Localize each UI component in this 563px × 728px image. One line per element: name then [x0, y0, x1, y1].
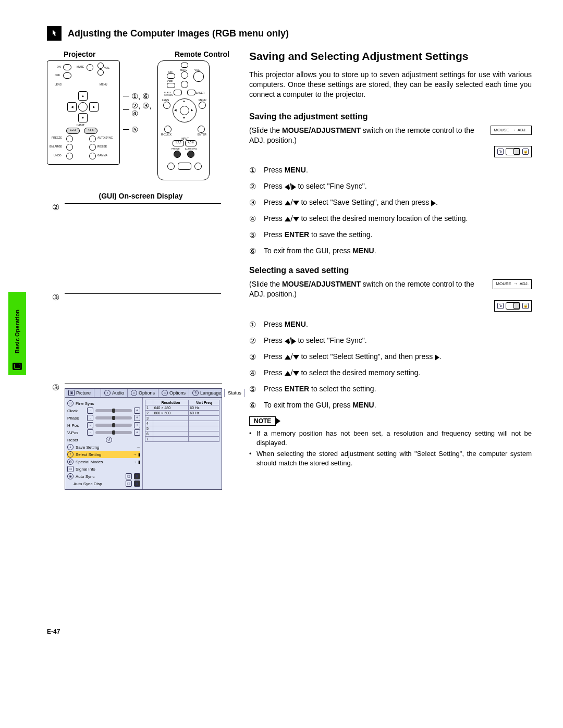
lbl: BLACK SCREEN: [164, 91, 173, 96]
remote-btn: [180, 106, 189, 115]
step-item: ④Press / to select the desired memory lo…: [249, 213, 532, 224]
step-item: ⑤Press ENTER to select the setting.: [249, 384, 532, 394]
remote-btn: 4,5,6: [185, 140, 197, 146]
osd-row: Signal Info: [76, 467, 95, 472]
osd-row: V-Pos: [67, 430, 85, 435]
lbl-gamma: GAMMA: [97, 154, 107, 157]
lbl: ADJ.: [520, 281, 529, 287]
remote-btn: [164, 126, 172, 133]
remote-diagram: ON MUTE VOL OFF BLACK SCREEN LASER LENS …: [157, 60, 210, 180]
callout-1: ①, ⑥: [131, 92, 149, 100]
tab: Status: [228, 390, 241, 396]
note-item: If a memory position has not been set, a…: [249, 429, 532, 447]
remote-btn: [187, 151, 194, 158]
switch-diagram: MOUSE → ADJ.: [491, 126, 532, 135]
osd-tabs: ▣Picture ♪Audio ☼Options ☼Options ¶Langu…: [65, 389, 222, 398]
gui-osd-3: ▣Picture ♪Audio ☼Options ☼Options ¶Langu…: [65, 384, 222, 492]
osd-row: Special Modes: [76, 460, 131, 464]
remote-btn: 1,2,3: [173, 140, 184, 146]
step-item: ①Press MENU.: [249, 165, 532, 176]
step-item: ②Press / to select "Fine Sync".: [249, 181, 532, 192]
proj-btn: [87, 64, 93, 71]
callout-3: ⑤: [131, 126, 138, 133]
steps-save: ①Press MENU.②Press / to select "Fine Syn…: [249, 165, 532, 256]
osd-panel: ▣Picture ♪Audio ☼Options ☼Options ¶Langu…: [65, 388, 222, 490]
proj-btn: 1,2,3: [66, 128, 80, 134]
lbl-enlarge: ENLARGE: [50, 145, 62, 148]
note-item: When selecting the stored adjustment set…: [249, 449, 532, 467]
side-tab: Basic Operation: [8, 292, 26, 375]
proj-btn: [97, 69, 104, 76]
lbl: AUTO SYNC: [185, 147, 197, 150]
lbl-lens: LENS: [55, 83, 62, 86]
lbl-input: INPUT: [77, 124, 84, 127]
osd-table: ResolutionVert Freq 1640 × 48060 Hz 2800…: [145, 400, 219, 442]
step-item: ⑥To exit from the GUI, press MENU.: [249, 400, 532, 411]
lbl-on: ON: [57, 65, 61, 68]
proj-dpad: ▲▼◀▶: [67, 91, 97, 121]
remote-btn: [167, 83, 175, 88]
slide-instruction: (Slide the MOUSE/ADJUSTMENT switch on th…: [249, 279, 532, 299]
lbl: ENTER: [198, 133, 206, 136]
remote-label: Remote Control: [175, 50, 229, 58]
osd-row-selected: Select Setting: [76, 452, 131, 457]
gui-title: (GUI) On-screen Display: [47, 192, 235, 200]
pointer-icon: [47, 26, 62, 41]
remote-btn: [178, 163, 191, 170]
lbl: MOUSE: [496, 281, 511, 287]
section-title: Saving and Selecting Adjustment Settings: [249, 50, 532, 63]
step-item: ②Press / to select "Fine Sync".: [249, 335, 532, 346]
gui-placeholder-2: [65, 293, 221, 377]
step-item: ⑥To exit from the GUI, press MENU.: [249, 245, 532, 256]
tab: Picture: [76, 390, 91, 396]
lbl-vol: VOL: [104, 66, 109, 69]
osd-row: Phase: [67, 416, 85, 421]
proj-btn: [63, 72, 71, 79]
lbl: LENS: [162, 98, 169, 102]
switch-diagram: MOUSE → ADJ.: [493, 279, 532, 289]
subheading-select: Selecting a saved setting: [249, 266, 532, 275]
remote-btn: [163, 102, 170, 109]
osd-row: Reset: [67, 438, 104, 442]
osd-row: Clock: [67, 409, 85, 413]
page-number: E-47: [47, 628, 235, 635]
side-tab-label: Basic Operation: [14, 310, 20, 353]
tab: Options: [139, 390, 155, 396]
page-header: Adjusting the Computer Images (RGB menu …: [47, 26, 532, 41]
proj-btn: [89, 135, 96, 142]
intro-text: This projector allows you to store up to…: [249, 70, 532, 100]
proj-btn: [66, 153, 73, 159]
callout-numbers: ①, ⑥ ②, ③, ④ ⑤: [123, 60, 154, 136]
subheading-save: Saving the adjustment setting: [249, 112, 532, 121]
proj-btn: [63, 64, 71, 70]
remote-btn: [193, 71, 204, 82]
remote-btn: [181, 63, 188, 68]
lbl: ADJ.: [518, 128, 527, 133]
step-item: ①Press MENU.: [249, 319, 532, 330]
remote-btn: [199, 102, 206, 109]
lbl: LASER: [196, 91, 204, 94]
proj-btn: [97, 63, 104, 69]
step-item: ⑤Press ENTER to save the setting.: [249, 229, 532, 240]
steps-select: ①Press MENU.②Press / to select "Fine Syn…: [249, 319, 532, 411]
lbl: R-CLICK: [161, 133, 172, 136]
remote-btn: [167, 163, 175, 170]
lbl: FREEZE: [172, 147, 180, 150]
lbl-menu: MENU: [100, 83, 107, 86]
hand-icon: [13, 363, 22, 370]
gui-marker: ③: [47, 384, 59, 392]
gui-placeholder-1: [65, 203, 221, 287]
remote-btn: [181, 71, 188, 79]
projector-label: Projector: [64, 50, 95, 58]
t: MOUSE/ADJUSTMENT: [282, 126, 361, 134]
proj-btn: [89, 144, 96, 151]
gui-marker: ②: [47, 203, 59, 212]
page-title: Adjusting the Computer Images (RGB menu …: [68, 28, 289, 39]
tab: Language: [200, 390, 221, 396]
osd-row: Save Setting: [76, 445, 134, 450]
lbl-undo: UNDO: [54, 154, 62, 157]
remote-btn: [198, 126, 205, 133]
proj-btn: [89, 153, 96, 159]
lbl-resize: RESIZE: [97, 145, 107, 148]
projector-diagram: ON MUTE VOL OFF LENS MENU ▲▼◀▶ INPUT 1,2…: [47, 60, 120, 165]
